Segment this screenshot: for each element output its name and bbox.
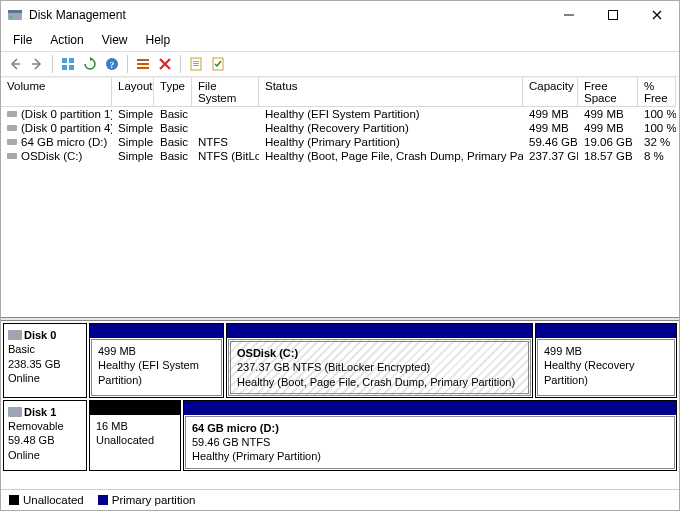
legend-unallocated-label: Unallocated xyxy=(23,494,84,506)
menu-file[interactable]: File xyxy=(5,31,40,49)
swatch-unallocated-icon xyxy=(9,495,19,505)
svg-rect-16 xyxy=(193,63,199,64)
legend-unallocated: Unallocated xyxy=(9,494,84,506)
disk-info[interactable]: Disk 1Removable59.48 GBOnline xyxy=(3,400,87,471)
volume-status: Healthy (Recovery Partition) xyxy=(259,121,523,135)
partition-status: Unallocated xyxy=(96,433,174,447)
partition-status: Healthy (EFI System Partition) xyxy=(98,358,215,387)
svg-point-2 xyxy=(10,16,12,18)
svg-rect-1 xyxy=(8,10,22,13)
disk-label: Disk 1 xyxy=(24,406,56,418)
graphical-disk-view: Disk 0Basic238.35 GBOnline499 MBHealthy … xyxy=(1,321,679,489)
volume-name: (Disk 0 partition 1) xyxy=(21,108,112,120)
table-row[interactable]: (Disk 0 partition 4)SimpleBasicHealthy (… xyxy=(1,121,679,135)
disk-row: Disk 1Removable59.48 GBOnline16 MBUnallo… xyxy=(3,400,677,471)
toolbar: ? xyxy=(1,51,679,77)
volume-layout: Simple xyxy=(112,149,154,163)
svg-rect-15 xyxy=(193,61,199,62)
disk-size: 238.35 GB xyxy=(8,357,82,371)
volume-pct-free: 100 % xyxy=(638,107,676,121)
col-free-space[interactable]: Free Space xyxy=(578,77,638,107)
partition-size: 59.46 GB NTFS xyxy=(192,435,668,449)
partition[interactable]: 499 MBHealthy (EFI System Partition) xyxy=(89,323,224,398)
disk-kind: Basic xyxy=(8,342,82,356)
volume-table: Volume Layout Type File System Status Ca… xyxy=(1,77,679,107)
disk-info[interactable]: Disk 0Basic238.35 GBOnline xyxy=(3,323,87,398)
menu-view[interactable]: View xyxy=(94,31,136,49)
disk-state: Online xyxy=(8,371,82,385)
volume-status: Healthy (Primary Partition) xyxy=(259,135,523,149)
partition-color-bar xyxy=(536,324,676,338)
col-pct-free[interactable]: % Free xyxy=(638,77,676,107)
partition-size: 499 MB xyxy=(98,344,215,358)
disk-row: Disk 0Basic238.35 GBOnline499 MBHealthy … xyxy=(3,323,677,398)
volume-capacity: 499 MB xyxy=(523,121,578,135)
table-row[interactable]: (Disk 0 partition 1)SimpleBasicHealthy (… xyxy=(1,107,679,121)
close-button[interactable] xyxy=(635,1,679,29)
col-file-system[interactable]: File System xyxy=(192,77,259,107)
back-button[interactable] xyxy=(5,54,25,74)
volume-layout: Simple xyxy=(112,107,154,121)
volume-free: 499 MB xyxy=(578,107,638,121)
forward-button[interactable] xyxy=(27,54,47,74)
volume-capacity: 499 MB xyxy=(523,107,578,121)
volume-status: Healthy (EFI System Partition) xyxy=(259,107,523,121)
col-status[interactable]: Status xyxy=(259,77,523,107)
volume-filesystem: NTFS xyxy=(192,135,259,149)
legend-primary: Primary partition xyxy=(98,494,196,506)
partition[interactable]: OSDisk (C:)237.37 GB NTFS (BitLocker Enc… xyxy=(226,323,533,398)
disk-label: Disk 0 xyxy=(24,329,56,341)
partition[interactable]: 64 GB micro (D:)59.46 GB NTFSHealthy (Pr… xyxy=(183,400,677,471)
svg-rect-12 xyxy=(137,63,149,65)
column-header-row: Volume Layout Type File System Status Ca… xyxy=(1,77,679,107)
volume-capacity: 237.37 GB xyxy=(523,149,578,163)
disk-size: 59.48 GB xyxy=(8,433,82,447)
col-layout[interactable]: Layout xyxy=(112,77,154,107)
col-volume[interactable]: Volume xyxy=(1,77,112,107)
swatch-primary-icon xyxy=(98,495,108,505)
svg-rect-11 xyxy=(137,59,149,61)
properties-sheet-icon[interactable] xyxy=(186,54,206,74)
volume-layout: Simple xyxy=(112,121,154,135)
settings-list-icon[interactable] xyxy=(133,54,153,74)
volume-list[interactable]: (Disk 0 partition 1)SimpleBasicHealthy (… xyxy=(1,107,679,317)
svg-rect-7 xyxy=(62,65,67,70)
volume-name: 64 GB micro (D:) xyxy=(21,136,107,148)
disk-kind: Removable xyxy=(8,419,82,433)
partition-size: 237.37 GB NTFS (BitLocker Encrypted) xyxy=(237,360,522,374)
volume-filesystem: NTFS (BitLo... xyxy=(192,149,259,163)
drive-icon xyxy=(8,407,22,417)
menu-action[interactable]: Action xyxy=(42,31,91,49)
partition-size: 499 MB xyxy=(544,344,668,358)
svg-rect-4 xyxy=(609,11,618,20)
minimize-button[interactable] xyxy=(547,1,591,29)
svg-rect-5 xyxy=(62,58,67,63)
maximize-button[interactable] xyxy=(591,1,635,29)
refresh-icon[interactable] xyxy=(80,54,100,74)
svg-rect-3 xyxy=(564,15,574,16)
delete-icon[interactable] xyxy=(155,54,175,74)
table-row[interactable]: OSDisk (C:)SimpleBasicNTFS (BitLo...Heal… xyxy=(1,149,679,163)
disk-state: Online xyxy=(8,448,82,462)
volume-filesystem xyxy=(192,127,259,129)
titlebar: Disk Management xyxy=(1,1,679,29)
col-capacity[interactable]: Capacity xyxy=(523,77,578,107)
svg-text:?: ? xyxy=(110,60,115,70)
partition-color-bar xyxy=(184,401,676,415)
partition-status: Healthy (Boot, Page File, Crash Dump, Pr… xyxy=(237,375,522,389)
partition[interactable]: 499 MBHealthy (Recovery Partition) xyxy=(535,323,677,398)
help-icon[interactable]: ? xyxy=(102,54,122,74)
partition[interactable]: 16 MBUnallocated xyxy=(89,400,181,471)
properties-check-icon[interactable] xyxy=(208,54,228,74)
partition-status: Healthy (Recovery Partition) xyxy=(544,358,668,387)
table-row[interactable]: 64 GB micro (D:)SimpleBasicNTFSHealthy (… xyxy=(1,135,679,149)
volume-pct-free: 100 % xyxy=(638,121,676,135)
svg-rect-6 xyxy=(69,58,74,63)
menu-help[interactable]: Help xyxy=(138,31,179,49)
volume-status: Healthy (Boot, Page File, Crash Dump, Pr… xyxy=(259,149,523,163)
volume-pct-free: 32 % xyxy=(638,135,676,149)
col-type[interactable]: Type xyxy=(154,77,192,107)
legend-primary-label: Primary partition xyxy=(112,494,196,506)
action-grid-icon[interactable] xyxy=(58,54,78,74)
volume-name: OSDisk (C:) xyxy=(21,150,82,162)
